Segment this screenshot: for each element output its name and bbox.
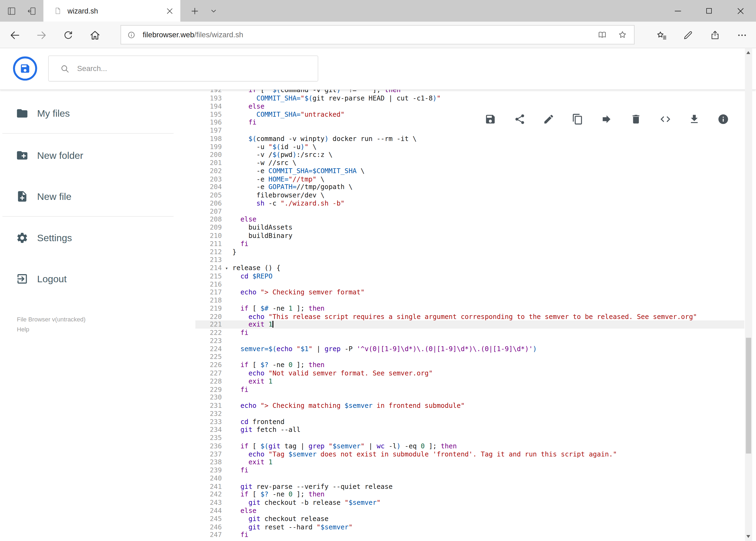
- sidebar-item-new-file[interactable]: New file: [0, 188, 195, 205]
- code-line[interactable]: 200 -v /$(pwd):/src:z \: [195, 151, 744, 159]
- code-text[interactable]: release () {: [227, 264, 745, 272]
- code-text[interactable]: [227, 353, 745, 361]
- search-input[interactable]: [76, 64, 318, 74]
- share-button[interactable]: [708, 29, 722, 41]
- sidebar-item-new-folder[interactable]: New folder: [0, 147, 195, 164]
- code-line[interactable]: 231 echo "> Checking matching $semver in…: [195, 401, 744, 409]
- code-text[interactable]: echo "Not valid semver format. See semve…: [227, 369, 745, 377]
- code-line[interactable]: 218: [195, 296, 744, 304]
- code-line[interactable]: 246 git reset --hard "$semver": [195, 523, 744, 531]
- window-close-button[interactable]: [730, 0, 751, 22]
- code-line[interactable]: 212}: [195, 248, 744, 256]
- web-note-button[interactable]: [681, 29, 695, 41]
- code-line[interactable]: 232: [195, 409, 744, 417]
- code-text[interactable]: COMMIT_SHA="$(git rev-parse HEAD | cut -…: [227, 94, 745, 102]
- code-text[interactable]: if [ $? -ne 0 ]; then: [227, 361, 745, 369]
- home-button[interactable]: [88, 29, 102, 41]
- code-line[interactable]: 221 exit 1: [195, 320, 744, 329]
- code-text[interactable]: exit 1: [227, 377, 745, 385]
- code-text[interactable]: [227, 409, 745, 417]
- code-text[interactable]: [227, 296, 745, 304]
- code-text[interactable]: semver=$(echo "$1" | grep -P '^v(0|[1-9]…: [227, 345, 745, 353]
- fold-arrow-icon[interactable]: ▾: [225, 265, 228, 272]
- code-text[interactable]: buildBinary: [227, 232, 745, 240]
- code-text[interactable]: else: [227, 102, 745, 110]
- code-line[interactable]: 247 fi: [195, 531, 744, 539]
- move-button[interactable]: [597, 110, 616, 129]
- forward-button[interactable]: [34, 29, 49, 41]
- code-text[interactable]: [227, 208, 745, 216]
- code-line[interactable]: 240: [195, 474, 744, 482]
- code-line[interactable]: 194 else: [195, 102, 744, 110]
- code-line[interactable]: 242 if [ $? -ne 0 ]; then: [195, 490, 744, 499]
- reading-view-icon[interactable]: [597, 30, 607, 40]
- code-line[interactable]: 226 if [ $? -ne 0 ]; then: [195, 361, 744, 369]
- code-text[interactable]: [227, 393, 745, 401]
- code-line[interactable]: 228 exit 1: [195, 377, 744, 385]
- code-line[interactable]: 229 fi: [195, 385, 744, 393]
- window-maximize-button[interactable]: [698, 0, 720, 22]
- code-line[interactable]: 219 if [ $# -ne 1 ]; then: [195, 304, 744, 312]
- code-text[interactable]: buildAssets: [227, 224, 745, 232]
- code-line[interactable]: 227 echo "Not valid semver format. See s…: [195, 369, 744, 377]
- code-text[interactable]: git fetch --all: [227, 426, 745, 434]
- code-text[interactable]: else: [227, 216, 745, 224]
- code-text[interactable]: sh -c "./wizard.sh -b": [227, 199, 745, 208]
- code-text[interactable]: git rev-parse --verify --quiet release: [227, 482, 745, 490]
- code-line[interactable]: 234 git fetch --all: [195, 426, 744, 434]
- favorite-star-icon[interactable]: [618, 30, 627, 40]
- refresh-button[interactable]: [61, 29, 75, 41]
- help-link[interactable]: Help: [17, 326, 29, 333]
- code-text[interactable]: echo "> Checking semver format": [227, 288, 745, 296]
- code-line[interactable]: 202 -e COMMIT_SHA=$COMMIT_SHA \: [195, 167, 744, 175]
- code-line[interactable]: 220 echo "This release script requires a…: [195, 312, 744, 320]
- download-button[interactable]: [685, 110, 704, 129]
- code-line[interactable]: 210 buildBinary: [195, 232, 744, 240]
- window-minimize-button[interactable]: [667, 0, 688, 22]
- tabs-aside-icon[interactable]: [6, 5, 17, 17]
- code-line[interactable]: 236 if [ $(git tag | grep "$semver" | wc…: [195, 442, 744, 450]
- code-line[interactable]: 223: [195, 337, 744, 345]
- scrollbar-thumb[interactable]: [746, 337, 751, 453]
- page-info-icon[interactable]: [127, 31, 135, 39]
- new-tab-button[interactable]: [185, 0, 205, 22]
- code-line[interactable]: 192 if [ "$(command -v git)" != "" ]; th…: [195, 89, 744, 94]
- code-text[interactable]: [227, 256, 745, 264]
- code-text[interactable]: -u "$(id -u)" \: [227, 143, 745, 151]
- code-line[interactable]: 244 else: [195, 507, 744, 515]
- code-text[interactable]: echo "This release script requires a sin…: [227, 312, 745, 320]
- code-line[interactable]: 237 echo "Tag $semver does not exist in …: [195, 450, 744, 458]
- tab-close-icon[interactable]: [167, 8, 172, 14]
- code-line[interactable]: 198 $(command -v winpty) docker run --rm…: [195, 135, 744, 143]
- code-line[interactable]: 193 COMMIT_SHA="$(git rev-parse HEAD | c…: [195, 94, 744, 102]
- code-text[interactable]: fi: [227, 531, 745, 539]
- code-text[interactable]: if [ "$(command -v git)" != "" ]; then: [227, 89, 745, 94]
- code-line[interactable]: 217 echo "> Checking semver format": [195, 288, 744, 296]
- address-bar[interactable]: filebrowser.web/files/wizard.sh: [121, 25, 634, 44]
- code-text[interactable]: fi: [227, 385, 745, 393]
- code-text[interactable]: echo "> Checking matching $semver in fro…: [227, 401, 745, 409]
- code-line[interactable]: 239 fi: [195, 466, 744, 474]
- code-text[interactable]: -e HOME="//tmp" \: [227, 175, 745, 183]
- code-text[interactable]: [227, 280, 745, 288]
- hub-favorites-button[interactable]: [655, 29, 668, 41]
- code-line[interactable]: 207: [195, 208, 744, 216]
- code-line[interactable]: 222 fi: [195, 329, 744, 337]
- code-line[interactable]: 201 -w //src \: [195, 159, 744, 167]
- code-text[interactable]: if [ $(git tag | grep "$semver" | wc -l)…: [227, 442, 745, 450]
- code-text[interactable]: fi: [227, 240, 745, 248]
- code-text[interactable]: exit 1: [227, 458, 745, 466]
- code-line[interactable]: 241 git rev-parse --verify --quiet relea…: [195, 482, 744, 490]
- code-text[interactable]: -v /$(pwd):/src:z \: [227, 151, 745, 159]
- code-text[interactable]: exit 1: [227, 320, 745, 329]
- code-editor[interactable]: 192 if [ "$(command -v git)" != "" ]; th…: [195, 89, 744, 541]
- sidebar-item-my-files[interactable]: My files: [0, 105, 195, 122]
- code-line[interactable]: 245 git checkout release: [195, 515, 744, 523]
- code-line[interactable]: 211 fi: [195, 240, 744, 248]
- code-line[interactable]: 208 else: [195, 216, 744, 224]
- code-text[interactable]: else: [227, 507, 745, 515]
- code-text[interactable]: git checkout -b release "$semver": [227, 499, 745, 507]
- code-text[interactable]: git reset --hard "$semver": [227, 523, 745, 531]
- code-text[interactable]: echo "Tag $semver does not exist in subm…: [227, 450, 745, 458]
- back-button[interactable]: [8, 29, 22, 41]
